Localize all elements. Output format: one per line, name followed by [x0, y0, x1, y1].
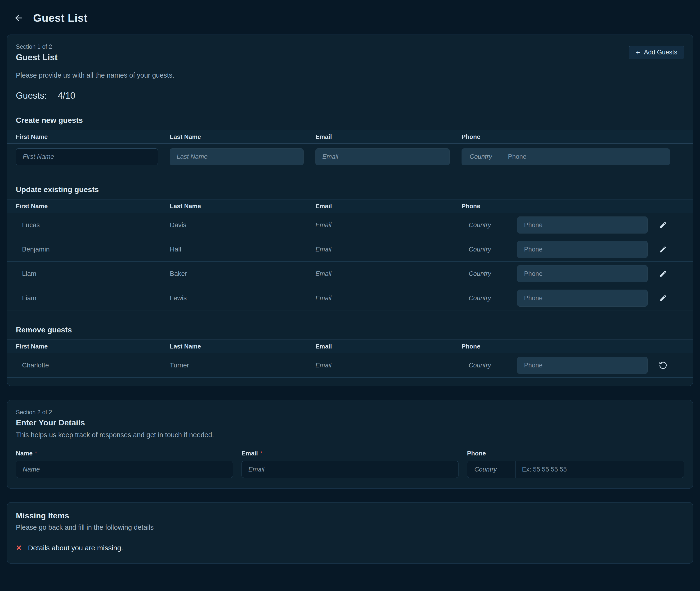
new-guest-email-input[interactable]: [315, 148, 450, 166]
phone-field: Phone Country: [467, 450, 684, 478]
missing-items-card: Missing Items Please go back and fill in…: [7, 502, 693, 564]
section-2-description: This helps us keep track of responses an…: [16, 431, 684, 439]
create-guest-row: Country: [7, 144, 693, 170]
guest-last-name: Turner: [170, 362, 315, 369]
new-guest-country-placeholder[interactable]: Country: [462, 153, 508, 160]
guest-email-placeholder: Email: [315, 362, 462, 369]
phone-label: Phone: [467, 450, 486, 457]
section-1-title: Guest List: [16, 53, 58, 62]
update-guests-header-row: First Name Last Name Email Phone: [7, 199, 693, 213]
guest-last-name: Lewis: [170, 294, 315, 302]
guest-first-name: Liam: [16, 294, 170, 302]
guest-last-name: Davis: [170, 221, 315, 229]
column-header-last-name: Last Name: [170, 202, 315, 210]
update-guest-row: Benjamin Hall Email Country: [7, 237, 693, 262]
column-header-phone: Phone: [462, 133, 684, 140]
guest-country-placeholder: Country: [462, 221, 517, 229]
new-guest-last-name-input[interactable]: [170, 148, 304, 166]
update-guests-heading: Update existing guests: [16, 185, 684, 194]
guest-last-name: Baker: [170, 270, 315, 277]
edit-pencil-icon: [659, 294, 667, 302]
add-guests-label: Add Guests: [644, 49, 677, 56]
guest-email-placeholder: Email: [315, 221, 462, 229]
create-guests-header-row: First Name Last Name Email Phone: [7, 130, 693, 144]
column-header-phone: Phone: [462, 343, 684, 350]
country-segment[interactable]: Country: [467, 461, 516, 478]
new-guest-phone-input[interactable]: [508, 153, 670, 160]
missing-items-description: Please go back and fill in the following…: [16, 524, 684, 531]
guest-first-name: Benjamin: [16, 246, 170, 253]
required-asterisk: *: [260, 450, 262, 457]
new-guest-first-name-input[interactable]: [16, 148, 158, 166]
phone-composite-field[interactable]: Country: [467, 461, 684, 478]
guest-phone-input[interactable]: [517, 241, 648, 258]
email-field: Email*: [241, 450, 459, 478]
back-arrow-icon: [14, 13, 24, 23]
email-label: Email: [241, 450, 258, 457]
guest-email-placeholder: Email: [315, 246, 462, 253]
section-1-card: Section 1 of 2 Guest List + Add Guests P…: [7, 35, 693, 386]
edit-guest-button[interactable]: [658, 244, 668, 255]
missing-item: ✕ Details about you are missing.: [16, 544, 684, 554]
section-2-card: Section 2 of 2 Enter Your Details This h…: [7, 400, 693, 488]
column-header-first-name: First Name: [16, 133, 170, 140]
guest-phone-input[interactable]: [517, 265, 648, 282]
edit-guest-button[interactable]: [658, 268, 668, 279]
new-guest-phone-field[interactable]: Country: [462, 148, 670, 166]
remove-guests-header-row: First Name Last Name Email Phone: [7, 339, 693, 353]
guest-email-placeholder: Email: [315, 294, 462, 302]
guest-phone-input[interactable]: [517, 289, 648, 307]
section-1-description: Please provide us with all the names of …: [7, 71, 693, 79]
edit-guest-button[interactable]: [658, 219, 668, 231]
country-placeholder: Country: [474, 466, 497, 473]
column-header-first-name: First Name: [16, 202, 170, 210]
column-header-email: Email: [315, 202, 462, 210]
column-header-last-name: Last Name: [170, 133, 315, 140]
guest-first-name: Liam: [16, 270, 170, 277]
edit-pencil-icon: [659, 245, 667, 253]
create-guests-heading: Create new guests: [16, 116, 684, 125]
section-2-title: Enter Your Details: [16, 418, 684, 427]
update-guest-row: Lucas Davis Email Country: [7, 213, 693, 237]
column-header-first-name: First Name: [16, 343, 170, 350]
guest-country-placeholder: Country: [462, 362, 517, 369]
column-header-phone: Phone: [462, 202, 684, 210]
remove-guest-row: Charlotte Turner Email Country: [7, 353, 693, 378]
section-2-label: Section 2 of 2: [16, 409, 684, 416]
guests-counter-value: 4/10: [58, 90, 75, 101]
column-header-last-name: Last Name: [170, 343, 315, 350]
add-guests-button[interactable]: + Add Guests: [629, 46, 684, 59]
edit-pencil-icon: [659, 221, 667, 229]
top-bar: Guest List: [0, 0, 700, 26]
restore-guest-button[interactable]: [658, 360, 668, 371]
edit-guest-button[interactable]: [658, 293, 668, 304]
page-title: Guest List: [33, 12, 88, 24]
phone-input[interactable]: [516, 461, 684, 478]
missing-items-title: Missing Items: [16, 511, 684, 520]
remove-guests-heading: Remove guests: [16, 326, 684, 334]
edit-pencil-icon: [659, 270, 667, 278]
column-header-email: Email: [315, 133, 462, 140]
column-header-email: Email: [315, 343, 462, 350]
name-input[interactable]: [16, 461, 233, 478]
guests-counter-label: Guests:: [16, 90, 47, 101]
back-button[interactable]: [14, 13, 24, 23]
guest-last-name: Hall: [170, 246, 315, 253]
guest-first-name: Charlotte: [16, 362, 170, 369]
x-icon: ✕: [16, 544, 22, 552]
update-guest-row: Liam Baker Email Country: [7, 262, 693, 286]
guest-email-placeholder: Email: [315, 270, 462, 277]
section-1-label: Section 1 of 2: [16, 43, 58, 50]
required-asterisk: *: [35, 450, 37, 457]
missing-item-text: Details about you are missing.: [28, 544, 123, 552]
guest-country-placeholder: Country: [462, 270, 517, 277]
name-label: Name: [16, 450, 33, 457]
guest-phone-input[interactable]: [517, 216, 648, 234]
email-input[interactable]: [241, 461, 459, 478]
guest-country-placeholder: Country: [462, 294, 517, 302]
guest-country-placeholder: Country: [462, 246, 517, 253]
guest-first-name: Lucas: [16, 221, 170, 229]
plus-icon: +: [636, 49, 640, 56]
name-field: Name*: [16, 450, 233, 478]
guest-phone-input[interactable]: [517, 357, 648, 374]
